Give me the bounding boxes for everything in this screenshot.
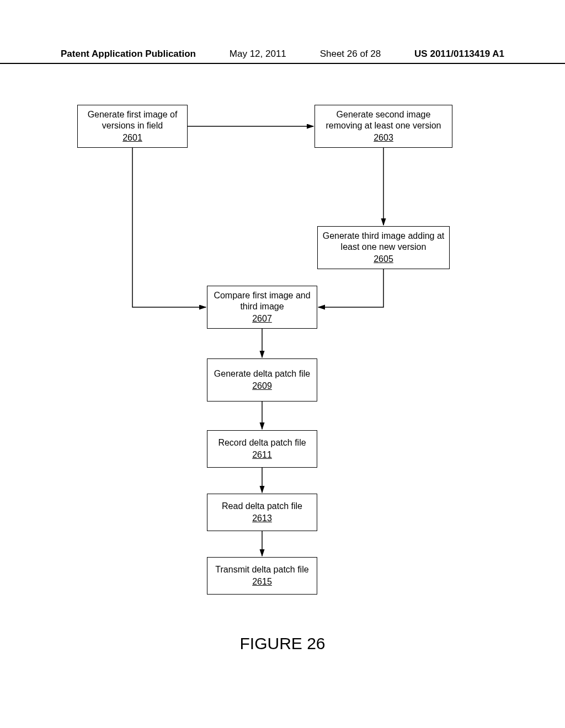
flowchart-diagram: Generate first image of versions in fiel… — [0, 88, 565, 662]
flow-box-ref: 2601 — [122, 132, 142, 143]
flow-box-2615: Transmit delta patch file 2615 — [207, 557, 317, 595]
flow-box-2609: Generate delta patch file 2609 — [207, 358, 317, 402]
flow-box-ref: 2615 — [252, 576, 272, 587]
flow-box-text: Compare first image and third image — [212, 290, 312, 312]
publication-label: Patent Application Publication — [61, 49, 196, 60]
flow-box-text: Transmit delta patch file — [215, 564, 308, 575]
flow-box-2603: Generate second image removing at least … — [315, 105, 452, 148]
flow-box-2607: Compare first image and third image 2607 — [207, 286, 317, 329]
flow-box-text: Generate third image adding at least one… — [322, 231, 445, 253]
flow-box-ref: 2613 — [252, 513, 272, 524]
publication-date: May 12, 2011 — [230, 49, 286, 60]
figure-label: FIGURE 26 — [0, 634, 565, 653]
flow-box-ref: 2603 — [374, 132, 393, 143]
flow-box-2611: Record delta patch file 2611 — [207, 430, 317, 468]
sheet-number: Sheet 26 of 28 — [320, 49, 381, 60]
page-header: Patent Application Publication May 12, 2… — [0, 49, 565, 64]
flow-box-2601: Generate first image of versions in fiel… — [77, 105, 188, 148]
publication-number: US 2011/0113419 A1 — [414, 49, 504, 60]
flow-box-text: Read delta patch file — [222, 501, 302, 512]
flow-box-ref: 2605 — [374, 254, 393, 265]
flow-box-2605: Generate third image adding at least one… — [317, 226, 450, 269]
flow-box-ref: 2611 — [252, 449, 272, 461]
flow-box-2613: Read delta patch file 2613 — [207, 494, 317, 531]
flow-box-text: Generate first image of versions in fiel… — [82, 109, 183, 131]
flow-box-ref: 2609 — [252, 381, 272, 392]
flow-box-text: Generate delta patch file — [214, 368, 310, 379]
flow-box-text: Record delta patch file — [218, 437, 306, 448]
flow-box-ref: 2607 — [252, 313, 272, 324]
flow-box-text: Generate second image removing at least … — [319, 109, 447, 131]
